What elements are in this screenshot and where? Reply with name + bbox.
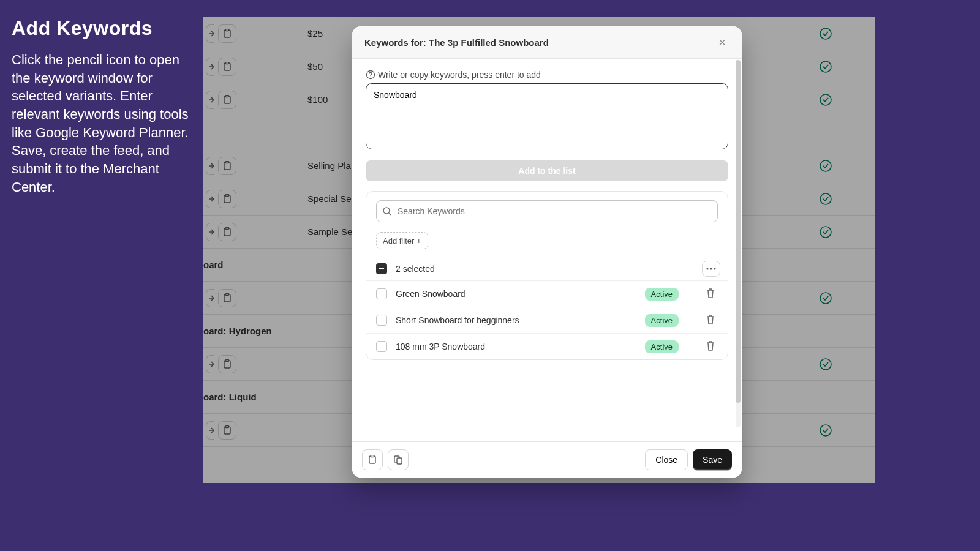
modal-footer: Close Save: [352, 441, 742, 478]
svg-point-34: [714, 268, 715, 269]
svg-rect-22: [226, 359, 229, 361]
keywords-textarea[interactable]: [366, 83, 728, 149]
clipboard-icon[interactable]: [218, 223, 236, 241]
edit-icon[interactable]: [206, 289, 214, 307]
svg-point-28: [370, 77, 371, 78]
delete-icon[interactable]: [706, 288, 715, 301]
delete-icon[interactable]: [706, 314, 715, 327]
clipboard-icon[interactable]: [218, 157, 236, 175]
modal-header: Keywords for: The 3p Fulfilled Snowboard…: [352, 26, 742, 59]
svg-rect-19: [226, 293, 229, 295]
check-icon: [819, 291, 832, 305]
clipboard-icon[interactable]: [218, 190, 236, 208]
scrollbar-thumb[interactable]: [736, 60, 741, 403]
delete-icon[interactable]: [706, 340, 715, 353]
row-price: $25: [307, 28, 323, 39]
clipboard-icon[interactable]: [218, 58, 236, 76]
search-keywords-input[interactable]: [376, 200, 718, 222]
edit-icon[interactable]: [206, 58, 214, 76]
svg-point-17: [820, 227, 831, 238]
edit-icon[interactable]: [206, 421, 214, 440]
svg-point-23: [820, 359, 831, 370]
svg-point-29: [383, 208, 390, 214]
instruction-panel: Add Keywords Click the pencil icon to op…: [12, 17, 192, 197]
paste-icon[interactable]: [362, 449, 383, 470]
modal-scrollbar[interactable]: [736, 60, 741, 427]
keyword-row: 108 mm 3P Snowboard Active: [366, 334, 728, 359]
check-icon: [819, 424, 832, 437]
svg-point-11: [820, 160, 831, 171]
keyword-name: Green Snowboard: [396, 289, 466, 299]
svg-point-33: [710, 268, 712, 269]
edit-icon[interactable]: [206, 24, 214, 43]
help-icon: [366, 70, 375, 80]
row-price: $50: [307, 61, 323, 72]
close-icon[interactable]: ×: [715, 35, 729, 50]
svg-rect-25: [226, 425, 229, 427]
keyword-name: Short Snowboard for begginners: [396, 315, 519, 325]
selection-summary-row: 2 selected: [366, 257, 728, 281]
svg-point-26: [820, 425, 831, 436]
svg-point-14: [820, 193, 831, 204]
edit-icon[interactable]: [206, 355, 214, 373]
svg-line-30: [389, 213, 391, 215]
svg-point-2: [820, 28, 831, 39]
keyword-checkbox[interactable]: [376, 341, 387, 352]
clipboard-icon[interactable]: [218, 355, 236, 373]
svg-rect-13: [226, 194, 229, 196]
edit-icon[interactable]: [206, 91, 214, 109]
copy-all-icon[interactable]: [388, 449, 409, 470]
check-icon: [819, 159, 832, 173]
keyword-row: Short Snowboard for begginners Active: [366, 307, 728, 334]
edit-icon[interactable]: [206, 157, 214, 175]
row-price: $100: [307, 94, 328, 105]
select-all-checkbox[interactable]: [376, 263, 387, 274]
svg-point-32: [706, 268, 708, 269]
check-icon: [819, 192, 832, 206]
selection-count: 2 selected: [396, 264, 435, 274]
save-button[interactable]: Save: [693, 449, 732, 470]
textarea-label: Write or copy keywords, press enter to a…: [366, 70, 728, 80]
svg-point-5: [820, 61, 831, 72]
svg-rect-1: [226, 29, 229, 31]
clipboard-icon[interactable]: [218, 421, 236, 440]
keyword-name: 108 mm 3P Snowboard: [396, 342, 485, 351]
edit-icon[interactable]: [206, 223, 214, 241]
keyword-checkbox[interactable]: [376, 315, 387, 326]
check-icon: [819, 93, 832, 107]
close-button[interactable]: Close: [645, 449, 688, 470]
add-filter-button[interactable]: Add filter +: [376, 232, 428, 249]
instruction-body: Click the pencil icon to open the keywor…: [12, 51, 192, 197]
status-badge: Active: [645, 314, 679, 327]
svg-rect-16: [226, 227, 229, 229]
check-icon: [819, 358, 832, 371]
status-badge: Active: [645, 288, 679, 301]
keyword-row: Green Snowboard Active: [366, 281, 728, 307]
svg-rect-4: [226, 62, 229, 64]
modal-body: Write or copy keywords, press enter to a…: [352, 59, 742, 441]
keywords-list-card: Add filter + 2 selected Green Snowboard …: [366, 191, 728, 360]
instruction-title: Add Keywords: [12, 17, 192, 40]
svg-rect-36: [371, 455, 374, 457]
keyword-checkbox[interactable]: [376, 288, 387, 299]
svg-point-8: [820, 94, 831, 105]
clipboard-icon[interactable]: [218, 24, 236, 43]
add-to-list-button[interactable]: Add to the list: [366, 160, 728, 181]
svg-point-20: [820, 293, 831, 304]
search-icon: [382, 206, 392, 216]
svg-rect-38: [397, 458, 402, 464]
check-icon: [819, 225, 832, 239]
more-actions-button[interactable]: [702, 261, 720, 277]
svg-rect-7: [226, 95, 229, 97]
edit-icon[interactable]: [206, 190, 214, 208]
keywords-modal: Keywords for: The 3p Fulfilled Snowboard…: [352, 26, 742, 478]
clipboard-icon[interactable]: [218, 289, 236, 307]
svg-rect-10: [226, 161, 229, 163]
check-icon: [819, 60, 832, 73]
modal-title: Keywords for: The 3p Fulfilled Snowboard: [364, 37, 549, 48]
clipboard-icon[interactable]: [218, 91, 236, 109]
check-icon: [819, 27, 832, 40]
status-badge: Active: [645, 340, 679, 353]
